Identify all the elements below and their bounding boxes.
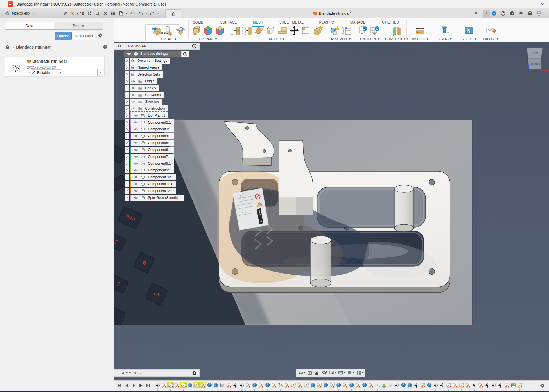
browser-item-component6-1[interactable]: Component6:1 (125, 147, 174, 153)
browser-item-label[interactable]: Component3:1 (147, 127, 171, 131)
visibility-on-icon[interactable] (130, 80, 136, 83)
cfg-doc-icon[interactable] (357, 25, 369, 36)
close-button[interactable]: ✕ (536, 0, 549, 8)
comments-bar[interactable]: COMMENTS (114, 369, 200, 377)
browser-item-origin[interactable]: Origin (125, 78, 157, 84)
browser-item-component10-1[interactable]: Component10:1 (125, 174, 176, 180)
mod-star-icon[interactable] (312, 25, 324, 36)
redo-caret-icon[interactable]: ▾ (157, 12, 159, 15)
export-box-icon[interactable] (485, 25, 496, 36)
timeline-feature-move[interactable] (433, 382, 439, 388)
browser-item-component4-1[interactable]: Component4:1 (125, 133, 174, 139)
timeline-feature-extrude[interactable] (349, 382, 354, 388)
recent-activity-icon[interactable] (509, 11, 515, 16)
browser-item-bodies[interactable]: Bodies (125, 85, 159, 91)
timeline-feature-sketch[interactable] (478, 382, 484, 388)
browser-minimize-icon[interactable] (192, 44, 197, 49)
browser-item-document-settings[interactable]: Document Settings (125, 58, 170, 64)
timeline-feature-sketch[interactable] (174, 382, 180, 388)
browser-item-label[interactable]: Origin (144, 79, 154, 83)
navbar-display-icon[interactable]: ▾ (338, 370, 345, 375)
expand-chevron-icon[interactable] (125, 140, 129, 146)
job-status-icon[interactable] (500, 11, 506, 16)
clear-icon[interactable] (103, 11, 108, 16)
timeline-feature-extrude[interactable] (407, 382, 413, 388)
timeline-feature-extrude[interactable] (400, 382, 406, 388)
browser-item-component8-1[interactable]: Component8:1 (125, 160, 174, 167)
expand-chevron-icon[interactable] (125, 92, 129, 98)
visibility-on-icon[interactable] (133, 141, 139, 144)
expand-chevron-icon[interactable] (125, 126, 129, 132)
insert-bolt-icon[interactable] (439, 25, 450, 36)
tab-data[interactable]: Data (5, 22, 54, 29)
timeline-feature-extrude[interactable] (213, 382, 219, 388)
timeline-feature-sketch[interactable] (226, 382, 232, 388)
timeline-feature-extrude[interactable] (426, 382, 432, 388)
timeline-feature-sketch[interactable] (342, 382, 348, 388)
asm-new-icon[interactable] (329, 25, 340, 36)
expand-chevron-icon[interactable] (125, 154, 129, 160)
prep-box-icon[interactable] (191, 25, 202, 36)
timeline-step-back-button[interactable] (124, 383, 130, 388)
timeline-play-button[interactable] (131, 383, 137, 388)
browser-item-label[interactable]: Component4:1 (147, 134, 171, 138)
timeline-feature-sketch[interactable] (284, 382, 290, 388)
timeline-feature-move[interactable] (491, 382, 497, 388)
visibility-on-icon[interactable] (133, 155, 139, 158)
browser-item-label[interactable]: Canvases (144, 93, 161, 97)
model-cylinder-right[interactable] (394, 185, 414, 232)
expand-chevron-icon[interactable] (125, 58, 129, 64)
upload-button[interactable]: Upload (55, 32, 72, 40)
browser-item-sketches[interactable]: Sketches (125, 99, 162, 105)
timeline-feature-move[interactable] (155, 382, 161, 388)
timeline-feature-delete[interactable] (277, 382, 283, 388)
visibility-on-icon[interactable] (133, 128, 139, 131)
navbar-pan-icon[interactable] (315, 370, 320, 375)
mod-block-icon[interactable] (265, 25, 276, 36)
user-avatar[interactable] (536, 11, 542, 16)
browser-item-label[interactable]: Construction (144, 106, 165, 110)
prep-color-icon[interactable] (202, 25, 214, 36)
timeline-feature-sketch[interactable] (517, 382, 523, 388)
timeline-feature-sketch[interactable] (200, 382, 206, 388)
prep-color2-icon[interactable] (214, 25, 225, 36)
timeline-feature-move[interactable] (497, 382, 503, 388)
timeline-feature-loft[interactable] (381, 382, 387, 388)
expand-chevron-icon[interactable] (125, 195, 129, 201)
timeline-feature-sketch[interactable] (303, 382, 309, 388)
timeline-feature-sketch[interactable] (271, 382, 277, 388)
redo-icon[interactable] (150, 11, 155, 16)
browser-item-canvases[interactable]: Canvases (125, 92, 164, 98)
timeline-feature-move[interactable] (471, 382, 477, 388)
browser-item-label[interactable]: Component10:1 (147, 175, 173, 179)
browser-item-label[interactable]: Component11:1 (147, 182, 173, 186)
browser-item-label[interactable]: Spur Gear (8 teeth):1 (147, 196, 181, 200)
design-actions-dropdown[interactable]: ▼ (97, 69, 104, 76)
mod-panel-icon[interactable] (230, 25, 241, 36)
browser-item-label[interactable]: Lid_Plain:1 (147, 113, 165, 117)
browser-item-label[interactable]: Named Views (136, 65, 159, 69)
timeline-feature-move[interactable] (413, 382, 419, 388)
visibility-off-icon[interactable] (130, 100, 136, 103)
notifications-icon[interactable] (518, 11, 524, 16)
root-expanded-icon[interactable] (116, 52, 120, 56)
refresh-icon[interactable] (87, 11, 92, 16)
expand-chevron-icon[interactable] (125, 167, 129, 173)
timeline-feature-sketch[interactable] (329, 382, 335, 388)
browser-item-component11-1[interactable]: Component11:1 (125, 181, 176, 187)
visibility-on-icon[interactable] (133, 183, 139, 186)
timeline-feature-sketch[interactable] (297, 382, 303, 388)
visibility-on-icon[interactable] (133, 196, 139, 199)
navbar-lookat-icon[interactable] (307, 370, 312, 375)
browser-item-label[interactable]: Component5:1 (147, 141, 171, 145)
visibility-on-icon[interactable] (130, 94, 136, 97)
visibility-on-icon[interactable] (133, 176, 139, 179)
visibility-on-icon[interactable] (130, 86, 136, 90)
apps-grid-icon[interactable] (110, 11, 116, 16)
expand-chevron-icon[interactable] (125, 188, 129, 194)
expand-chevron-icon[interactable] (125, 119, 129, 126)
edit-in-place-icon[interactable] (63, 11, 68, 16)
expand-chevron-icon[interactable] (125, 181, 129, 187)
timeline-settings-gear-icon[interactable] (539, 383, 545, 388)
timeline-feature-sketch[interactable] (180, 382, 186, 388)
